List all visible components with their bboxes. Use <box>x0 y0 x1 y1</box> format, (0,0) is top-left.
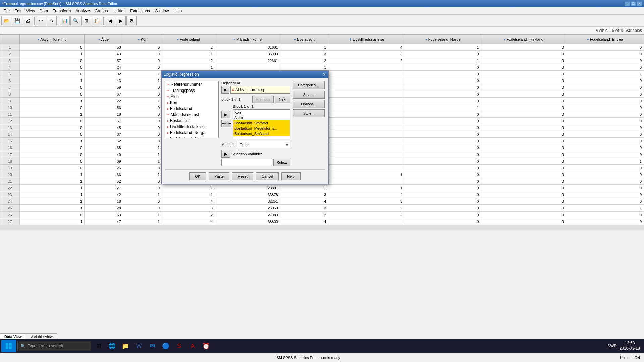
table-cell[interactable]: 26059 <box>215 205 280 212</box>
table-cell[interactable]: 0 <box>405 212 481 218</box>
row-number[interactable]: 5 <box>0 71 20 77</box>
grid-button[interactable]: ⊞ <box>81 16 91 25</box>
table-cell[interactable]: 0 <box>481 71 566 77</box>
table-cell[interactable]: 37 <box>85 131 123 138</box>
table-cell[interactable] <box>328 111 405 118</box>
covariate-item[interactable]: Kön <box>233 110 290 115</box>
table-cell[interactable]: 0 <box>123 111 162 118</box>
table-cell[interactable]: 38800 <box>215 218 280 225</box>
table-cell[interactable] <box>328 84 405 91</box>
table-cell[interactable]: 0 <box>481 218 566 225</box>
table-cell[interactable]: 0 <box>405 111 481 118</box>
table-cell[interactable]: 0 <box>123 104 162 111</box>
table-cell[interactable]: 1 <box>566 158 644 165</box>
undo-button[interactable]: ↩ <box>36 16 46 25</box>
table-cell[interactable]: 1 <box>19 77 84 84</box>
table-cell[interactable]: 0 <box>123 205 162 212</box>
table-cell[interactable]: 0 <box>566 198 644 205</box>
table-row[interactable]: 2143013690333000 <box>0 51 644 57</box>
menu-file[interactable]: File <box>1 8 12 14</box>
table-cell[interactable]: 28801 <box>215 185 280 191</box>
row-number[interactable]: 12 <box>0 118 20 124</box>
table-row[interactable]: 22127012880111000 <box>0 185 644 191</box>
task-view-button[interactable]: ⊞ <box>93 340 105 352</box>
table-cell[interactable]: 52 <box>85 178 123 185</box>
edge-icon[interactable]: 🌐 <box>106 340 118 352</box>
table-cell[interactable]: 0 <box>123 118 162 124</box>
table-cell[interactable]: 0 <box>566 44 644 51</box>
table-cell[interactable]: 1 <box>19 178 84 185</box>
table-cell[interactable]: 0 <box>566 124 644 131</box>
table-cell[interactable]: 0 <box>405 185 481 191</box>
table-cell[interactable]: 0 <box>566 218 644 225</box>
table-cell[interactable]: 0 <box>123 138 162 144</box>
table-cell[interactable]: 0 <box>405 118 481 124</box>
variable-list-item[interactable]: ✏Referensnummer <box>165 81 218 87</box>
table-cell[interactable]: 22661 <box>215 57 280 64</box>
col-header-kon[interactable]: ●Kön <box>123 35 162 44</box>
table-cell[interactable]: 0 <box>123 131 162 138</box>
table-cell[interactable]: 1 <box>280 64 328 71</box>
table-cell[interactable] <box>328 77 405 84</box>
table-cell[interactable]: 0 <box>405 205 481 212</box>
table-cell[interactable] <box>328 64 405 71</box>
table-cell[interactable]: 1 <box>405 57 481 64</box>
table-cell[interactable]: 1 <box>123 77 162 84</box>
table-cell[interactable]: 0 <box>19 212 84 218</box>
table-cell[interactable]: 0 <box>405 218 481 225</box>
table-cell[interactable]: 0 <box>481 124 566 131</box>
table-cell[interactable]: 18 <box>85 111 123 118</box>
style-button[interactable]: Style... <box>293 109 325 117</box>
variable-list-item[interactable]: ●Födelseland <box>165 106 218 112</box>
table-cell[interactable]: 56 <box>85 104 123 111</box>
table-cell[interactable]: 4 <box>328 191 405 198</box>
table-cell[interactable]: 1 <box>19 191 84 198</box>
categorical-button[interactable]: Categorical... <box>293 81 325 89</box>
table-cell[interactable]: 0 <box>123 51 162 57</box>
table-cell[interactable]: 1 <box>123 158 162 165</box>
covariate-item[interactable]: Ålder <box>233 115 290 120</box>
variable-button[interactable]: 📋 <box>92 16 102 25</box>
table-row[interactable]: 25128032605932001 <box>0 205 644 212</box>
table-cell[interactable]: 0 <box>123 198 162 205</box>
row-number[interactable]: 20 <box>0 171 20 178</box>
row-number[interactable]: 3 <box>0 57 20 64</box>
table-cell[interactable]: 32 <box>85 71 123 77</box>
table-cell[interactable]: 0 <box>566 212 644 218</box>
table-cell[interactable]: 63 <box>85 212 123 218</box>
table-cell[interactable]: 0 <box>481 212 566 218</box>
table-cell[interactable]: 0 <box>566 91 644 98</box>
table-cell[interactable]: 0 <box>405 171 481 178</box>
start-button[interactable] <box>1 340 16 352</box>
table-cell[interactable]: 1 <box>123 191 162 198</box>
table-cell[interactable]: 1 <box>162 51 215 57</box>
table-cell[interactable]: 0 <box>481 158 566 165</box>
table-cell[interactable] <box>328 91 405 98</box>
variable-list-item[interactable]: ✏Träningspass <box>165 87 218 94</box>
table-cell[interactable] <box>328 71 405 77</box>
table-cell[interactable]: 0 <box>19 124 84 131</box>
print-button[interactable]: 🖨 <box>23 16 33 25</box>
table-cell[interactable]: 1 <box>19 138 84 144</box>
table-cell[interactable]: 0 <box>405 64 481 71</box>
save-button-dialog[interactable]: Save... <box>293 90 325 99</box>
table-cell[interactable] <box>328 131 405 138</box>
table-cell[interactable]: 2 <box>162 212 215 218</box>
outlook-icon[interactable]: ✉ <box>146 340 158 352</box>
table-cell[interactable]: 27989 <box>215 212 280 218</box>
table-row[interactable]: 24118043225143000 <box>0 198 644 205</box>
table-cell[interactable] <box>328 218 405 225</box>
table-cell[interactable]: 4 <box>280 218 328 225</box>
table-cell[interactable]: 67 <box>85 91 123 98</box>
row-number[interactable]: 19 <box>0 165 20 171</box>
table-cell[interactable]: 1 <box>280 185 328 191</box>
table-cell[interactable]: 0 <box>481 118 566 124</box>
table-cell[interactable]: 0 <box>19 71 84 77</box>
menu-transform[interactable]: Transform <box>51 8 73 14</box>
covariate-add-arrow[interactable]: ▶ <box>221 111 230 118</box>
table-cell[interactable]: 4 <box>280 198 328 205</box>
table-cell[interactable]: 1 <box>328 171 405 178</box>
table-cell[interactable]: 57 <box>85 118 123 124</box>
table-cell[interactable]: 0 <box>19 144 84 151</box>
table-cell[interactable]: 43 <box>85 77 123 84</box>
